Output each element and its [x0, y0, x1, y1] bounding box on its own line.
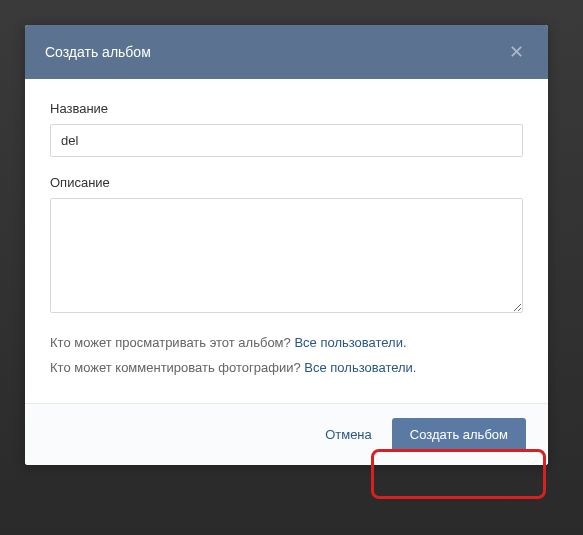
privacy-view-link[interactable]: Все пользователи.: [294, 335, 406, 350]
name-field-group: Название: [50, 101, 523, 157]
description-label: Описание: [50, 175, 523, 190]
close-icon: ✕: [509, 42, 524, 62]
cancel-button[interactable]: Отмена: [321, 419, 376, 450]
create-album-button[interactable]: Создать альбом: [392, 418, 526, 451]
name-input[interactable]: [50, 124, 523, 157]
modal-title: Создать альбом: [45, 44, 151, 60]
privacy-view-row: Кто может просматривать этот альбом? Все…: [50, 335, 523, 350]
create-album-modal: Создать альбом ✕ Название Описание Кто м…: [25, 25, 548, 465]
modal-footer: Отмена Создать альбом: [25, 403, 548, 465]
privacy-comment-row: Кто может комментировать фотографии? Все…: [50, 360, 523, 375]
description-textarea[interactable]: [50, 198, 523, 313]
description-field-group: Описание: [50, 175, 523, 317]
close-button[interactable]: ✕: [505, 39, 528, 65]
modal-body: Название Описание Кто может просматриват…: [25, 79, 548, 403]
privacy-comment-link[interactable]: Все пользователи.: [304, 360, 416, 375]
privacy-view-question: Кто может просматривать этот альбом?: [50, 335, 294, 350]
name-label: Название: [50, 101, 523, 116]
modal-header: Создать альбом ✕: [25, 25, 548, 79]
privacy-comment-question: Кто может комментировать фотографии?: [50, 360, 304, 375]
